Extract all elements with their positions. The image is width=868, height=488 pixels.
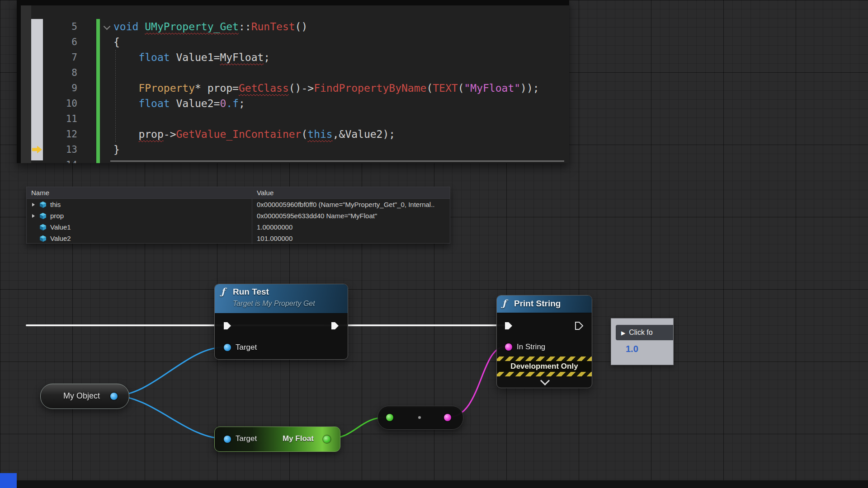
- my-object-label: My Object: [63, 391, 100, 401]
- code-line: 9 FProperty* prop=GetClass()->FindProper…: [21, 80, 569, 96]
- conversion-input-pin[interactable]: [386, 414, 393, 421]
- expand-arrow-placeholder: [32, 225, 35, 229]
- node-title: Print String: [514, 299, 561, 309]
- watch-name: prop: [50, 212, 64, 220]
- code-text[interactable]: {: [113, 36, 120, 48]
- code-line: 12 prop->GetValue_InContainer(this,&Valu…: [21, 127, 569, 142]
- exec-in-pin[interactable]: [223, 321, 232, 330]
- watch-header: Name Value: [27, 187, 450, 199]
- line-number: 12: [21, 129, 77, 140]
- blueprint-canvas[interactable]: ƒ Run Test Target is My Property Get Tar…: [0, 0, 868, 488]
- code-line: 7 float Value1=MyFloat;: [21, 50, 569, 65]
- code-line: 8: [21, 65, 569, 80]
- print-string-node-header[interactable]: ƒ Print String: [497, 296, 592, 313]
- my-object-output-pin[interactable]: [110, 393, 118, 400]
- target-input-pin[interactable]: [224, 344, 231, 351]
- line-number: 10: [21, 98, 77, 109]
- float-to-string-conversion-node[interactable]: [377, 406, 463, 430]
- watch-row[interactable]: this 0x000005960fbf0ff0 (Name="MyPropert…: [27, 199, 450, 210]
- code-text[interactable]: FProperty* prop=GetClass()->FindProperty…: [113, 82, 539, 94]
- debug-value: 1.0: [626, 344, 638, 354]
- watch-row[interactable]: Value1 1.00000000: [27, 221, 450, 233]
- dev-only-banner: Development Only: [497, 361, 592, 372]
- run-test-node-header[interactable]: ƒ Run Test Target is My Property Get: [215, 284, 348, 314]
- code-line: 13}: [21, 142, 569, 157]
- dev-only-stripe-top: [497, 357, 592, 361]
- watch-value: 0x00000595e633dd40 Name="MyFloat": [252, 212, 377, 220]
- in-string-pin-label: In String: [517, 343, 545, 352]
- line-number: 7: [21, 52, 77, 63]
- window-corner-accent: [0, 473, 17, 488]
- my-object-node[interactable]: My Object: [40, 384, 129, 409]
- node-title: Run Test: [233, 287, 269, 297]
- target-pin-label: Target: [236, 434, 257, 443]
- watch-name: this: [50, 201, 61, 208]
- variable-cube-icon: [39, 224, 47, 231]
- run-test-node[interactable]: ƒ Run Test Target is My Property Get Tar…: [214, 284, 348, 360]
- function-icon: ƒ: [502, 298, 506, 309]
- play-icon: ▶: [621, 325, 625, 341]
- watch-value: 1.00000000: [252, 223, 292, 231]
- watch-name-column-header: Name: [27, 189, 252, 197]
- get-my-float-node[interactable]: Target My Float: [214, 427, 340, 452]
- variable-cube-icon: [39, 201, 47, 208]
- code-line: 14: [21, 157, 569, 163]
- code-rows: 5void UMyProperty_Get::RunTest() 6{ 7 fl…: [21, 19, 569, 163]
- line-number: 6: [21, 37, 77, 47]
- line-number: 11: [21, 113, 77, 124]
- exec-out-pin[interactable]: [575, 321, 584, 330]
- line-number: 14: [21, 160, 77, 163]
- exec-in-pin[interactable]: [504, 321, 513, 330]
- conversion-dot-icon: [418, 416, 421, 419]
- in-string-input-pin[interactable]: [505, 343, 512, 351]
- code-text[interactable]: float Value2=0.f;: [113, 98, 245, 109]
- expand-arrow-icon[interactable]: [32, 203, 35, 206]
- variable-cube-icon: [39, 212, 47, 220]
- watch-name: Value2: [50, 235, 71, 242]
- code-line: 5void UMyProperty_Get::RunTest(): [21, 19, 569, 34]
- code-line: 10 float Value2=0.f;: [21, 96, 569, 111]
- watch-value: 0x000005960fbf0ff0 (Name="MyProperty_Get…: [252, 201, 435, 208]
- code-line: 11: [21, 111, 569, 127]
- code-line: 6{: [21, 34, 569, 50]
- my-float-pin-label: My Float: [283, 434, 314, 443]
- exec-out-pin[interactable]: [330, 321, 340, 330]
- my-float-output-pin[interactable]: [323, 436, 330, 443]
- print-string-node[interactable]: ƒ Print String In String Development Onl…: [496, 295, 592, 388]
- line-number: 5: [21, 21, 77, 32]
- click-for-more-button[interactable]: ▶Click fo: [616, 325, 674, 340]
- watch-row[interactable]: Value2 101.000000: [27, 233, 450, 244]
- function-icon: ƒ: [221, 286, 225, 297]
- object-to-getter-wire[interactable]: [113, 396, 225, 439]
- code-editor-window: 5void UMyProperty_Get::RunTest() 6{ 7 fl…: [17, 0, 569, 163]
- line-number: 13: [21, 144, 77, 155]
- expand-node-chevron-icon[interactable]: [540, 376, 550, 385]
- watch-row[interactable]: prop 0x00000595e633dd40 Name="MyFloat": [27, 210, 450, 221]
- expand-arrow-placeholder: [32, 237, 35, 240]
- debug-value-tooltip: ▶Click fo 1.0: [611, 318, 674, 365]
- expand-arrow-icon[interactable]: [32, 214, 35, 218]
- watch-value: 101.000000: [252, 235, 292, 242]
- bottom-window-edge: [17, 480, 868, 488]
- watch-name: Value1: [50, 223, 71, 231]
- conversion-output-pin[interactable]: [444, 414, 451, 421]
- watch-window[interactable]: Name Value this 0x000005960fbf0ff0 (Name…: [26, 187, 450, 244]
- node-subtitle: Target is My Property Get: [233, 300, 315, 308]
- watch-value-column-header: Value: [252, 189, 274, 197]
- line-number: 9: [21, 83, 77, 94]
- code-text[interactable]: }: [113, 144, 120, 155]
- variable-cube-icon: [39, 235, 47, 242]
- code-editor[interactable]: 5void UMyProperty_Get::RunTest() 6{ 7 fl…: [21, 5, 569, 163]
- code-text[interactable]: prop->GetValue_InContainer(this,&Value2)…: [113, 128, 395, 140]
- line-number: 8: [21, 67, 77, 78]
- code-text[interactable]: void UMyProperty_Get::RunTest(): [113, 21, 307, 33]
- object-to-runtest-wire[interactable]: [113, 347, 225, 396]
- code-text[interactable]: float Value1=MyFloat;: [113, 52, 270, 63]
- click-for-more-label: Click fo: [629, 328, 652, 336]
- target-input-pin[interactable]: [224, 436, 231, 443]
- target-pin-label: Target: [236, 343, 257, 352]
